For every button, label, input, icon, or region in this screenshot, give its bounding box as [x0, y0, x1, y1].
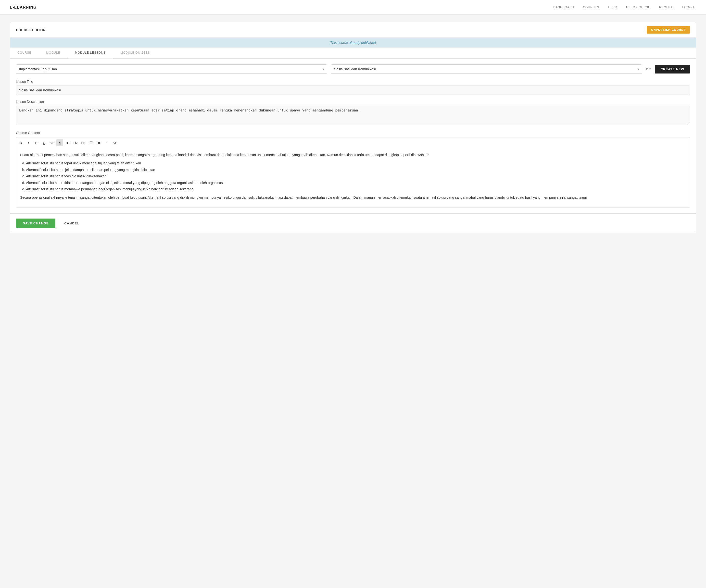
lesson-select[interactable]: Sosialisasi dan Komunikasi [331, 65, 642, 74]
nav-user[interactable]: USER [608, 5, 617, 10]
lesson-title-input[interactable] [16, 85, 690, 95]
lesson-desc-label: lesson Description [16, 100, 690, 103]
selects-row: Implementasi Keputusan Sosialisasi dan K… [16, 65, 690, 74]
strikethrough-button[interactable]: S [33, 139, 40, 146]
create-new-button[interactable]: CREATE NEW [655, 65, 690, 74]
main: COURSE EDITOR UNPUBLISH COURSE This cour… [0, 15, 706, 241]
editor-title: COURSE EDITOR [16, 28, 46, 32]
or-label: OR [646, 68, 651, 71]
list-item: Alternatif solusi itu harus feasible unt… [26, 173, 686, 179]
tab-module-quizzes[interactable]: MODULE QUIZZES [113, 47, 157, 58]
tab-module-lessons[interactable]: MODULE LESSONS [68, 47, 113, 58]
logo: E-LEARNING [10, 5, 37, 9]
content-para-1: Suatu alternatif pemecahan sangat sulit … [20, 152, 686, 158]
nav: DASHBOARD COURSES USER USER COURSE PROFI… [553, 5, 696, 10]
lesson-select-wrapper: Sosialisasi dan Komunikasi [331, 65, 642, 74]
unordered-list-button[interactable]: ☰ [88, 139, 94, 146]
nav-logout[interactable]: LOGOUT [682, 5, 696, 10]
h2-button[interactable]: H2 [72, 139, 79, 146]
tabs: COURSE MODULE MODULE LESSONS MODULE QUIZ… [10, 47, 696, 58]
toolbar: B I S U <> ¶ H1 H2 H3 ☰ ≣ " </> [16, 137, 690, 148]
published-banner: This course already published [10, 38, 696, 47]
nav-profile[interactable]: PROFILE [659, 5, 673, 10]
italic-button[interactable]: I [25, 139, 32, 146]
unpublish-button[interactable]: UNPUBLISH COURSE [647, 26, 690, 34]
published-text: This course already published [330, 41, 376, 45]
nav-dashboard[interactable]: DASHBOARD [553, 5, 574, 10]
underline-button[interactable]: U [41, 139, 47, 146]
nav-courses[interactable]: COURSES [583, 5, 599, 10]
content-area: Implementasi Keputusan Sosialisasi dan K… [10, 58, 696, 213]
footer-buttons: SAVE CHANGE CANCEL [10, 213, 696, 233]
h1-button[interactable]: H1 [64, 139, 71, 146]
content-para-2: Secara operasional akhirnya kriteria ini… [20, 195, 686, 200]
header: E-LEARNING DASHBOARD COURSES USER USER C… [0, 0, 706, 15]
lesson-title-label: lesson Title [16, 80, 690, 84]
content-list: Alternatif solusi itu harus tepat untuk … [20, 161, 686, 192]
content-editor[interactable]: Suatu alternatif pemecahan sangat sulit … [16, 148, 690, 208]
list-item: Altertnatif solusi itu harus jelas dampa… [26, 167, 686, 172]
module-select[interactable]: Implementasi Keputusan [16, 65, 327, 74]
bold-button[interactable]: B [17, 139, 24, 146]
nav-user-course[interactable]: USER COURSE [626, 5, 650, 10]
inline-code-button[interactable]: <> [48, 139, 55, 146]
list-item: Alternatif solusi itu harus membawa peru… [26, 186, 686, 192]
cancel-button[interactable]: CANCEL [59, 218, 84, 228]
editor-card: COURSE EDITOR UNPUBLISH COURSE This cour… [10, 22, 696, 233]
editor-header: COURSE EDITOR UNPUBLISH COURSE [10, 22, 696, 38]
tab-module[interactable]: MODULE [39, 47, 68, 58]
list-item: Alternatif solusi itu harus tidak berten… [26, 180, 686, 185]
paragraph-button[interactable]: ¶ [56, 139, 63, 146]
blockquote-button[interactable]: " [104, 139, 110, 146]
course-content-label: Course Content [16, 131, 690, 135]
save-change-button[interactable]: SAVE CHANGE [16, 218, 55, 228]
h3-button[interactable]: H3 [80, 139, 87, 146]
ordered-list-button[interactable]: ≣ [95, 139, 103, 146]
list-item: Alternatif solusi itu harus tepat untuk … [26, 161, 686, 166]
lesson-desc-textarea[interactable]: Langkah ini dipandang strategis untuk me… [16, 106, 690, 125]
module-select-wrapper: Implementasi Keputusan [16, 65, 327, 74]
tab-course[interactable]: COURSE [10, 47, 39, 58]
code-block-button[interactable]: </> [111, 139, 118, 146]
